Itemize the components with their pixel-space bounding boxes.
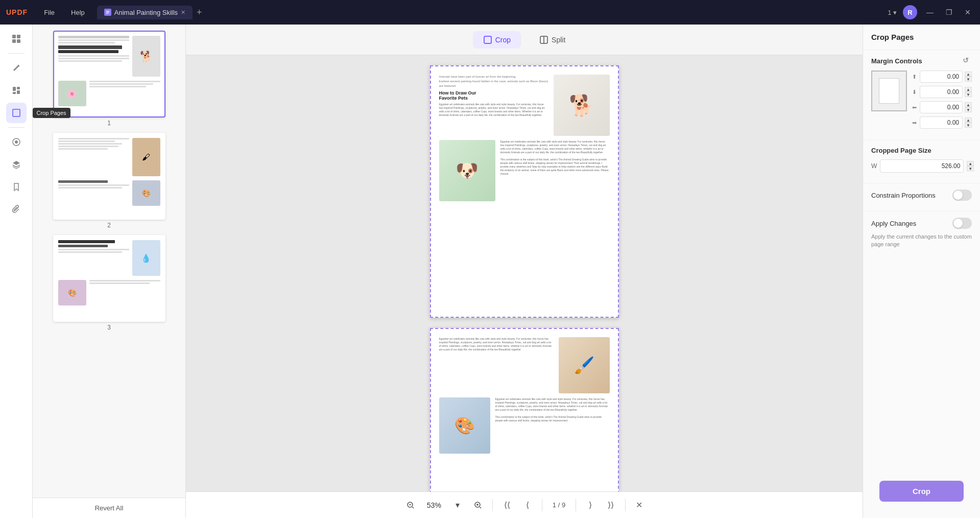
zoom-out-btn[interactable] bbox=[402, 497, 419, 513]
svg-rect-2 bbox=[17, 35, 20, 38]
apply-toggle[interactable] bbox=[952, 218, 972, 229]
margin-right-input[interactable] bbox=[920, 116, 963, 129]
margin-left-down-btn[interactable]: ▼ bbox=[965, 107, 972, 112]
split-tool-btn[interactable]: Split bbox=[529, 31, 576, 49]
center-content: Crop Split Animals have been p bbox=[186, 25, 863, 518]
panel-spacer bbox=[863, 255, 980, 481]
margin-bottom-input[interactable] bbox=[920, 86, 963, 98]
divider-2 bbox=[8, 127, 25, 128]
thumbnail-panel: 🐕 🌸 1 bbox=[33, 25, 186, 518]
bookmarks-icon[interactable] bbox=[6, 177, 27, 197]
thumbnails-icon[interactable] bbox=[6, 29, 27, 49]
list-item[interactable]: 🖌 🎨 2 bbox=[37, 133, 181, 229]
organize-icon[interactable] bbox=[6, 80, 27, 101]
width-up-btn[interactable]: ▲ bbox=[967, 161, 974, 166]
width-label: W bbox=[871, 162, 877, 170]
margin-top-stepper: ▲ ▼ bbox=[965, 72, 972, 82]
tab-icon bbox=[104, 9, 111, 16]
margin-inner bbox=[879, 78, 899, 104]
margin-top-input[interactable] bbox=[920, 70, 963, 83]
svg-rect-7 bbox=[17, 90, 20, 94]
width-stepper: ▲ ▼ bbox=[967, 161, 974, 171]
tab-add-btn[interactable]: + bbox=[194, 7, 205, 18]
svg-rect-4 bbox=[17, 39, 20, 43]
thumb-frame-3[interactable]: 💧 🎨 bbox=[53, 235, 165, 322]
margin-left-input[interactable] bbox=[920, 101, 963, 113]
thumb-frame-2[interactable]: 🖌 🎨 bbox=[53, 133, 165, 220]
page-1-content: Animals have been part of human art from… bbox=[431, 66, 618, 317]
zoom-dropdown-btn[interactable]: ▾ bbox=[449, 497, 466, 513]
margin-right-up-btn[interactable]: ▲ bbox=[965, 117, 972, 123]
topbar-right: 1 ▾ R — ❐ ✕ bbox=[888, 5, 974, 19]
close-btn[interactable]: ✕ bbox=[962, 7, 974, 17]
list-item[interactable]: 🐕 🌸 1 bbox=[37, 31, 181, 127]
next-page-btn[interactable]: ⟩ bbox=[582, 497, 599, 513]
constrain-toggle[interactable] bbox=[952, 190, 972, 201]
svg-rect-10 bbox=[14, 110, 19, 115]
crop-tool-btn[interactable]: Crop bbox=[473, 31, 521, 49]
svg-rect-1 bbox=[12, 35, 16, 38]
thumb-page-num-2: 2 bbox=[107, 222, 111, 229]
width-row: W ▲ ▼ H ▲ ▼ bbox=[871, 159, 972, 173]
split-label: Split bbox=[552, 36, 565, 44]
width-down-btn[interactable]: ▼ bbox=[967, 166, 974, 171]
help-menu[interactable]: Help bbox=[67, 7, 89, 18]
apply-label: Apply Changes bbox=[871, 220, 916, 227]
last-page-btn[interactable]: ⟩⟩ bbox=[603, 497, 619, 513]
left-toolbar: Crop Pages bbox=[0, 25, 33, 518]
margin-bottom-up-btn[interactable]: ▲ bbox=[965, 87, 972, 92]
main-area: Crop Pages bbox=[0, 25, 980, 518]
divider-1 bbox=[8, 53, 25, 54]
tab-area: Animal Painting Skills ✕ + bbox=[97, 6, 205, 19]
width-input[interactable] bbox=[880, 159, 964, 173]
nav-divider-2 bbox=[542, 499, 542, 511]
list-item[interactable]: 💧 🎨 3 bbox=[37, 235, 181, 331]
page-2-card[interactable]: Egyptian art celebrates animals like cat… bbox=[430, 328, 619, 491]
margin-top-down-btn[interactable]: ▼ bbox=[965, 77, 972, 82]
crop-apply-btn[interactable]: Crop bbox=[879, 481, 964, 502]
margin-left-row: ⬅ ▲ ▼ bbox=[912, 101, 972, 113]
edit-icon[interactable] bbox=[6, 58, 27, 78]
zoom-in-btn[interactable] bbox=[470, 497, 486, 513]
apply-description: Apply the current changes to the custom … bbox=[871, 233, 972, 249]
main-tab[interactable]: Animal Painting Skills ✕ bbox=[97, 6, 193, 19]
panel-title: Crop Pages bbox=[863, 25, 980, 50]
zoom-level[interactable]: 53% bbox=[423, 501, 445, 509]
minimize-btn[interactable]: — bbox=[923, 7, 937, 17]
thumb-page-num-1: 1 bbox=[107, 120, 111, 127]
right-panel: Crop Pages Margin Controls ↺ ⬆ ▲ bbox=[863, 25, 980, 518]
svg-line-23 bbox=[480, 507, 481, 508]
bottom-nav: 53% ▾ ⟨⟨ ⟨ 1 / 9 ⟩ ⟩⟩ ✕ bbox=[186, 491, 863, 518]
page-1-card[interactable]: Animals have been part of human art from… bbox=[430, 65, 619, 318]
crop-label: Crop bbox=[495, 36, 511, 44]
tab-close-btn[interactable]: ✕ bbox=[181, 9, 185, 16]
prev-page-btn[interactable]: ⟨ bbox=[519, 497, 536, 513]
margin-bottom-row: ⬇ ▲ ▼ bbox=[912, 86, 972, 98]
margin-left-up-btn[interactable]: ▲ bbox=[965, 102, 972, 107]
tools-icon[interactable] bbox=[6, 132, 27, 152]
reset-margins-btn[interactable]: ↺ bbox=[963, 56, 972, 65]
user-avatar[interactable]: R bbox=[903, 5, 917, 19]
topbar: UPDF File Help Animal Painting Skills ✕ … bbox=[0, 0, 980, 25]
margin-right-down-btn[interactable]: ▼ bbox=[965, 123, 972, 128]
margin-top-up-btn[interactable]: ▲ bbox=[965, 72, 972, 77]
tab-title: Animal Painting Skills bbox=[114, 9, 178, 16]
page-count[interactable]: 1 ▾ bbox=[888, 9, 897, 16]
crop-pages-icon[interactable]: Crop Pages bbox=[6, 103, 27, 123]
margin-bottom-down-btn[interactable]: ▼ bbox=[965, 92, 972, 97]
cropped-size-section: Cropped Page Size W ▲ ▼ H ▲ ▼ bbox=[863, 140, 980, 183]
svg-rect-14 bbox=[485, 37, 490, 42]
thumbnail-list: 🐕 🌸 1 bbox=[33, 25, 185, 498]
attachments-icon[interactable] bbox=[6, 199, 27, 220]
thumb-frame-1[interactable]: 🐕 🌸 bbox=[53, 31, 165, 117]
file-menu[interactable]: File bbox=[40, 7, 59, 18]
revert-all-btn[interactable]: Revert All bbox=[33, 498, 185, 518]
first-page-btn[interactable]: ⟨⟨ bbox=[499, 497, 515, 513]
svg-point-12 bbox=[15, 140, 18, 144]
layers-icon[interactable] bbox=[6, 154, 27, 175]
close-view-btn[interactable]: ✕ bbox=[632, 498, 646, 512]
constrain-row: Constrain Proportions bbox=[871, 190, 972, 201]
margin-right-stepper: ▲ ▼ bbox=[965, 117, 972, 128]
maximize-btn[interactable]: ❐ bbox=[943, 7, 955, 17]
page-1-wrapper: Animals have been part of human art from… bbox=[430, 65, 619, 318]
